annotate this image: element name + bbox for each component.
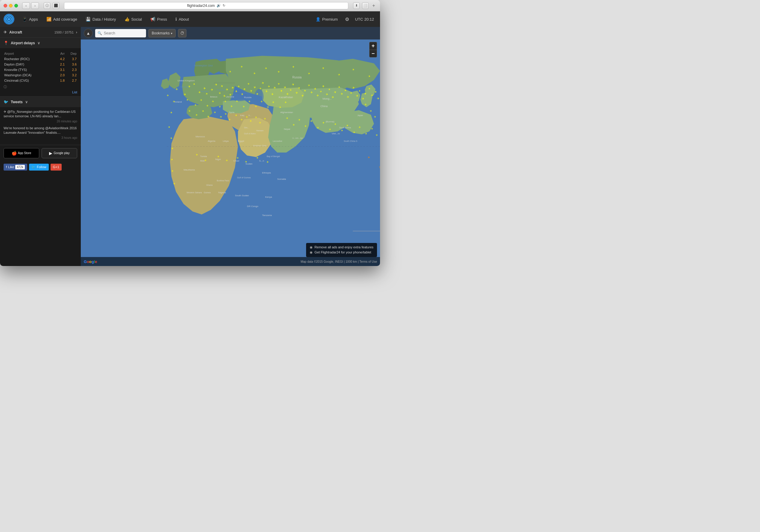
aircraft-count: 1500 / 10751 xyxy=(55,30,73,34)
gplus-button[interactable]: G+1 xyxy=(51,164,62,170)
svg-text:✈: ✈ xyxy=(362,97,364,101)
nav-apps-label: Apps xyxy=(29,17,38,22)
url-bar[interactable]: flightradar24.com 🔊 ↻ xyxy=(64,2,348,9)
svg-text:✈: ✈ xyxy=(286,92,289,96)
app-store-buttons: 🍎 App Store ▶ Google play xyxy=(0,145,81,161)
map-up-button[interactable]: ▲ xyxy=(84,29,93,38)
svg-text:Burkina Faso: Burkina Faso xyxy=(217,179,229,182)
history-icon: ⏱ xyxy=(180,31,184,36)
svg-text:Kazakhstan: Kazakhstan xyxy=(279,96,293,99)
airport-delays-header[interactable]: 📍 Airport delays ∨ xyxy=(0,38,81,48)
airport-name: Washington (DCA) xyxy=(4,73,55,77)
svg-text:✈: ✈ xyxy=(241,92,244,96)
aircraft-section: ✈ Aircraft 1500 / 10751 › xyxy=(0,27,81,38)
nav-data-history[interactable]: 💾 Data / History xyxy=(81,11,120,27)
back-button[interactable]: ‹ xyxy=(22,2,30,9)
app-logo[interactable] xyxy=(4,14,14,24)
promo-arrow-1: ◉ xyxy=(310,245,313,250)
titlebar: ‹ › ⓘ ⬛ flightradar24.com 🔊 ↻ ⬇ ⬜ + xyxy=(0,0,380,11)
promo-text-1: Remove all ads and enjoy extra features xyxy=(314,245,373,250)
twitter-follow-button[interactable]: 🐦 Follow xyxy=(29,164,49,170)
svg-text:✈: ✈ xyxy=(298,118,301,121)
zoom-out-button[interactable]: − xyxy=(369,50,377,58)
svg-text:✈: ✈ xyxy=(265,67,268,70)
settings-button[interactable]: ⚙ xyxy=(343,11,352,27)
sound-icon[interactable]: 🔊 xyxy=(216,4,221,8)
reader-button[interactable]: ⬜ xyxy=(362,2,369,9)
airport-row[interactable]: Cincinnati (CVG) 1.8 2.7 xyxy=(4,78,76,83)
apps-icon: 📱 xyxy=(22,17,27,22)
search-input[interactable] xyxy=(104,31,143,35)
ios-app-button[interactable]: 🍎 App Store xyxy=(4,148,39,158)
location-icon: 📍 xyxy=(4,41,8,45)
tweet-2-text: We're honored to be among @AviationWeek … xyxy=(4,126,77,135)
airport-row[interactable]: Knoxville (TYS) 3.1 2.3 xyxy=(4,67,76,72)
promo-item-2[interactable]: ◉ Get Flightradar24 for your phone/table… xyxy=(310,250,373,255)
promo-item-1[interactable]: ◉ Remove all ads and enjoy extra feature… xyxy=(310,245,373,250)
map-search-box[interactable]: 🔍 xyxy=(95,29,146,37)
social-buttons: f Like 472k 🐦 Follow G+1 xyxy=(0,161,81,174)
tweet-2-time: 3 hours ago xyxy=(4,136,77,139)
svg-text:Western Sahara: Western Sahara xyxy=(187,191,202,194)
download-button[interactable]: ⬇ xyxy=(353,2,360,9)
nav-social-label: Social xyxy=(131,17,142,22)
aircraft-header[interactable]: ✈ Aircraft 1500 / 10751 › xyxy=(0,27,81,37)
airport-arr: 3.1 xyxy=(56,67,65,72)
nav-apps[interactable]: 📱 Apps xyxy=(18,11,42,27)
col-airport: Airport xyxy=(4,51,55,56)
airport-name: Knoxville (TYS) xyxy=(4,67,55,72)
pocket-button[interactable]: ⬛ xyxy=(53,2,59,9)
svg-text:✈: ✈ xyxy=(214,111,216,114)
maximize-button[interactable] xyxy=(14,4,18,8)
bookmarks-button[interactable]: Bookmarks ▾ xyxy=(148,29,176,37)
history-button[interactable]: ⏱ xyxy=(178,29,186,37)
nav-press[interactable]: 📢 Press xyxy=(146,11,171,27)
nav-about[interactable]: ℹ About xyxy=(171,11,193,27)
nav-add-coverage[interactable]: 📶 Add coverage xyxy=(42,11,81,27)
airport-delays-section: 📍 Airport delays ∨ Airport Arr Dep xyxy=(0,38,81,97)
svg-text:Kenya: Kenya xyxy=(265,196,272,198)
reload-button[interactable]: ↻ xyxy=(223,4,225,8)
nav-social[interactable]: 👍 Social xyxy=(120,11,146,27)
svg-text:✈: ✈ xyxy=(279,106,282,109)
svg-text:✈: ✈ xyxy=(259,121,262,124)
map-area[interactable]: Norwegian Sea Sweden Finland Norway Irel… xyxy=(81,27,380,266)
svg-text:Chad: Chad xyxy=(233,160,239,162)
airport-row[interactable]: Rochester (ROC) 4.2 3.7 xyxy=(4,57,76,61)
bookmarks-chevron: ▾ xyxy=(171,32,172,35)
zoom-in-button[interactable]: + xyxy=(369,42,377,50)
svg-text:Japan: Japan xyxy=(357,114,363,117)
svg-text:✈: ✈ xyxy=(195,114,198,117)
svg-text:✈: ✈ xyxy=(266,160,269,164)
col-arr: Arr xyxy=(56,51,65,56)
minimize-button[interactable] xyxy=(9,4,13,8)
data-history-icon: 💾 xyxy=(86,17,91,22)
facebook-like-button[interactable]: f Like 472k xyxy=(4,164,27,170)
svg-text:Nepal: Nepal xyxy=(284,128,290,130)
airport-row[interactable]: Dayton (DAY) 2.1 3.6 xyxy=(4,62,76,67)
premium-button[interactable]: 👤 Premium xyxy=(312,11,341,27)
tweets-header[interactable]: 🐦 Tweets ∨ xyxy=(0,97,81,107)
nav-right: 👤 Premium ⚙ UTC 20:12 xyxy=(312,11,376,27)
nav-about-label: About xyxy=(179,17,189,22)
svg-text:Nigeria: Nigeria xyxy=(218,191,226,194)
close-button[interactable] xyxy=(4,4,7,8)
svg-text:✈: ✈ xyxy=(377,97,379,100)
airport-delays-chevron: ∨ xyxy=(37,41,40,45)
svg-text:China: China xyxy=(320,105,328,108)
svg-text:Tanzania: Tanzania xyxy=(262,214,272,217)
twitter-icon: 🐦 xyxy=(4,100,8,104)
airport-row[interactable]: Washington (DCA) 2.0 3.2 xyxy=(4,73,76,77)
android-app-button[interactable]: ▶ Google play xyxy=(42,148,77,158)
map-attribution: Map data ©2015 Google, INEGI | 1000 km |… xyxy=(301,260,377,263)
app-container: 📱 Apps 📶 Add coverage 💾 Data / History 👍… xyxy=(0,11,380,266)
airport-list-link[interactable]: List xyxy=(4,90,77,94)
url-text: flightradar24.com xyxy=(187,4,215,8)
svg-text:Laccadive: Laccadive xyxy=(272,140,282,142)
forward-button[interactable]: › xyxy=(31,2,39,9)
svg-text:✈: ✈ xyxy=(256,156,259,160)
svg-text:Yemen: Yemen xyxy=(256,129,263,132)
svg-text:✈: ✈ xyxy=(171,169,174,173)
new-tab-button[interactable]: + xyxy=(371,3,376,8)
info-button[interactable]: ⓘ xyxy=(44,2,50,9)
